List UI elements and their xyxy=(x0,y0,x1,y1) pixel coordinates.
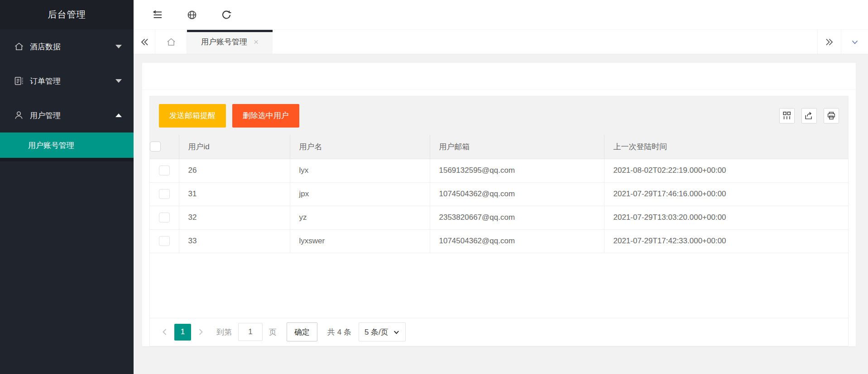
table-row: 26 lyx 1569132595@qq.com 2021-08-02T02:2… xyxy=(150,159,848,182)
cell-user-id: 31 xyxy=(179,182,290,206)
print-button[interactable] xyxy=(824,108,839,123)
tab-bar: 用户账号管理 × xyxy=(134,29,868,54)
row-checkbox[interactable] xyxy=(159,166,170,175)
goto-page-prefix: 到第 xyxy=(216,327,232,337)
table-view: 发送邮箱提醒 删除选中用户 xyxy=(149,96,849,346)
per-page-select[interactable]: 5 条/页 xyxy=(359,322,406,341)
admin-app: 后台管理 酒店数据 订单管理 xyxy=(0,0,868,374)
table-header-row: 用户id 用户名 用户邮箱 上一次登陆时间 xyxy=(150,135,848,159)
cell-user-id: 26 xyxy=(179,159,290,182)
order-icon xyxy=(14,76,24,86)
current-page[interactable]: 1 xyxy=(174,324,191,341)
columns-filter-button[interactable] xyxy=(779,108,795,123)
cell-user-id: 32 xyxy=(179,206,290,229)
row-checkbox[interactable] xyxy=(159,213,170,223)
tab-home[interactable] xyxy=(155,30,187,54)
prev-page-icon[interactable] xyxy=(158,324,172,340)
globe-icon[interactable] xyxy=(187,9,197,20)
next-page-icon[interactable] xyxy=(194,324,207,340)
column-header-username: 用户名 xyxy=(290,135,430,159)
card-body: 发送邮箱提醒 删除选中用户 xyxy=(142,90,856,352)
sidebar-item-user-account-management[interactable]: 用户账号管理 xyxy=(0,133,134,158)
cell-last-login: 2021-07-29T17:46:16.000+00:00 xyxy=(604,182,848,206)
table-row: 31 jpx 1074504362@qq.com 2021-07-29T17:4… xyxy=(150,182,848,206)
total-count-label: 共 4 条 xyxy=(327,327,351,337)
sidebar-item-order-management[interactable]: 订单管理 xyxy=(0,64,134,98)
print-icon xyxy=(826,111,836,121)
user-table: 用户id 用户名 用户邮箱 上一次登陆时间 26 lyx 1569132595@… xyxy=(150,135,848,253)
chevron-down-icon xyxy=(393,329,400,336)
table-row: 32 yz 2353820667@qq.com 2021-07-29T13:03… xyxy=(150,206,848,229)
sidebar-item-label: 用户管理 xyxy=(30,110,61,121)
delete-selected-button[interactable]: 删除选中用户 xyxy=(232,104,299,128)
cell-username: lyx xyxy=(290,159,430,182)
sidebar-nav: 酒店数据 订单管理 xyxy=(0,29,134,161)
cell-username: lyxswer xyxy=(290,229,430,253)
cell-last-login: 2021-07-29T13:03:20.000+00:00 xyxy=(604,206,848,229)
collapse-sidebar-icon[interactable] xyxy=(152,9,163,20)
cell-email: 1074504362@qq.com xyxy=(430,229,604,253)
user-icon xyxy=(14,110,24,121)
export-icon xyxy=(804,111,814,121)
export-button[interactable] xyxy=(801,108,817,123)
scroll-tabs-right-icon[interactable] xyxy=(817,30,841,54)
sidebar: 后台管理 酒店数据 订单管理 xyxy=(0,0,134,374)
home-icon xyxy=(14,41,24,52)
card-header xyxy=(142,63,856,90)
cell-username: jpx xyxy=(290,182,430,206)
column-header-last-login: 上一次登陆时间 xyxy=(604,135,848,159)
cell-last-login: 2021-08-02T02:22:19.000+00:00 xyxy=(604,159,848,182)
row-checkbox[interactable] xyxy=(159,236,170,246)
app-title: 后台管理 xyxy=(0,0,134,29)
close-icon[interactable]: × xyxy=(254,38,259,46)
table-row: 33 lyxswer 1074504362@qq.com 2021-07-29T… xyxy=(150,229,848,253)
cell-username: yz xyxy=(290,206,430,229)
column-header-email: 用户邮箱 xyxy=(430,135,604,159)
cell-last-login: 2021-07-29T17:42:33.000+00:00 xyxy=(604,229,848,253)
sidebar-item-label: 订单管理 xyxy=(30,76,61,86)
chevron-up-icon xyxy=(115,114,122,117)
chevron-down-icon xyxy=(115,45,122,48)
columns-icon xyxy=(782,111,792,121)
pagination: 1 到第 页 确定 共 4 条 xyxy=(150,318,848,346)
cell-user-id: 33 xyxy=(179,229,290,253)
goto-page-input[interactable] xyxy=(238,323,263,341)
sidebar-item-label: 酒店数据 xyxy=(30,42,61,52)
refresh-icon[interactable] xyxy=(221,9,232,20)
tabbar-spacer xyxy=(273,30,817,54)
sidebar-subitem-label: 用户账号管理 xyxy=(28,140,74,151)
cell-email: 2353820667@qq.com xyxy=(430,206,604,229)
sidebar-item-user-management[interactable]: 用户管理 xyxy=(0,98,134,133)
goto-page-suffix: 页 xyxy=(269,327,277,337)
table-empty-space xyxy=(150,253,848,318)
top-header xyxy=(134,0,868,29)
tab-label: 用户账号管理 xyxy=(201,37,247,47)
goto-confirm-button[interactable]: 确定 xyxy=(287,322,317,341)
select-all-checkbox[interactable] xyxy=(150,142,161,151)
content-area: 发送邮箱提醒 删除选中用户 xyxy=(134,55,868,374)
row-checkbox[interactable] xyxy=(159,189,170,199)
home-icon xyxy=(166,37,177,47)
cell-email: 1569132595@qq.com xyxy=(430,159,604,182)
scroll-tabs-left-icon[interactable] xyxy=(134,30,155,54)
tab-actions-dropdown-icon[interactable] xyxy=(841,30,868,54)
main-area: 用户账号管理 × 发送邮箱提醒 xyxy=(134,0,868,374)
send-email-button[interactable]: 发送邮箱提醒 xyxy=(159,104,226,128)
cell-email: 1074504362@qq.com xyxy=(430,182,604,206)
per-page-value: 5 条/页 xyxy=(364,327,388,337)
table-body: 26 lyx 1569132595@qq.com 2021-08-02T02:2… xyxy=(150,159,848,253)
chevron-down-icon xyxy=(115,79,122,83)
tab-user-account-management[interactable]: 用户账号管理 × xyxy=(187,30,273,54)
sidebar-submenu: 用户账号管理 xyxy=(0,133,134,161)
table-toolbar: 发送邮箱提醒 删除选中用户 xyxy=(150,96,848,135)
sidebar-item-hotel-data[interactable]: 酒店数据 xyxy=(0,29,134,64)
column-header-user-id: 用户id xyxy=(179,135,290,159)
card: 发送邮箱提醒 删除选中用户 xyxy=(142,63,856,346)
